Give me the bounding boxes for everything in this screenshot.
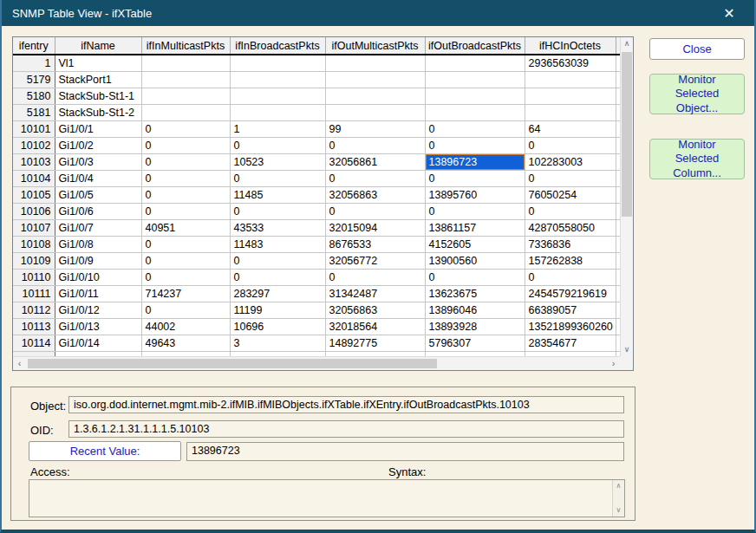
table-cell[interactable]: StackSub-St1-2 — [55, 104, 141, 120]
table-cell[interactable]: Gi1/0/12 — [55, 302, 141, 318]
column-header[interactable]: ifInMulticastPkts — [141, 37, 230, 55]
table-cell[interactable]: 0 — [325, 203, 425, 219]
recent-value-button[interactable]: Recent Value: — [29, 441, 181, 461]
row-index-cell[interactable]: 10102 — [13, 137, 55, 153]
table-cell[interactable]: 714237 — [141, 285, 230, 302]
table-cell[interactable]: 0 — [230, 137, 325, 153]
table-cell[interactable]: 10523 — [230, 153, 325, 170]
table-cell[interactable]: 64 — [525, 120, 616, 137]
table-cell[interactable] — [325, 71, 425, 88]
table-cell[interactable]: 7336836 — [525, 236, 616, 252]
table-cell[interactable]: Gi1/0/10 — [55, 269, 141, 285]
row-index-cell[interactable]: 10112 — [13, 302, 55, 318]
table-cell[interactable]: 0 — [525, 203, 616, 219]
table-cell[interactable]: 11199 — [230, 302, 325, 318]
table-cell[interactable]: Gi1/0/8 — [55, 236, 141, 252]
row-index-cell[interactable]: 10101 — [13, 120, 55, 137]
row-index-cell[interactable]: 10111 — [13, 285, 55, 302]
table-cell[interactable]: 2936563039 — [525, 55, 616, 71]
table-cell[interactable]: 3 — [230, 335, 325, 351]
table-cell[interactable]: 0 — [230, 170, 325, 186]
row-index-cell[interactable]: 10103 — [13, 153, 55, 170]
table-cell[interactable]: 283297 — [230, 285, 325, 302]
table-cell[interactable] — [141, 104, 230, 120]
table-cell[interactable]: Gi1/0/6 — [55, 203, 141, 219]
close-button[interactable]: Close — [649, 38, 745, 60]
row-index-cell[interactable]: 10110 — [13, 269, 55, 285]
table-cell[interactable]: 0 — [425, 170, 525, 186]
table-cell[interactable]: 11483 — [230, 236, 325, 252]
table-cell[interactable] — [325, 104, 425, 120]
table-cell[interactable]: 0 — [141, 302, 230, 318]
titlebar[interactable]: SNMP Table View - ifXTable ✕ — [2, 0, 754, 26]
row-index-cell[interactable]: 5181 — [13, 104, 55, 120]
table-cell[interactable] — [141, 71, 230, 88]
table-cell[interactable]: 0 — [325, 269, 425, 285]
table-cell[interactable]: 0 — [141, 137, 230, 153]
table-cell[interactable]: 1 — [230, 120, 325, 137]
row-index-cell[interactable]: 10106 — [13, 203, 55, 219]
column-header[interactable]: ifHCInOctets — [525, 37, 616, 55]
table-cell[interactable]: Gi1/0/14 — [55, 335, 141, 351]
vertical-scroll-thumb[interactable] — [622, 52, 632, 217]
table-cell[interactable] — [325, 55, 425, 71]
table-cell[interactable]: 0 — [425, 203, 525, 219]
table-cell[interactable]: 0 — [141, 153, 230, 170]
table-horizontal-scrollbar[interactable]: ‹ › — [13, 356, 620, 370]
table-cell[interactable]: Gi1/0/2 — [55, 137, 141, 153]
table-cell[interactable]: 32056863 — [325, 302, 425, 318]
monitor-selected-object-button[interactable]: Monitor Selected Object... — [649, 74, 745, 114]
table-cell[interactable] — [425, 55, 525, 71]
table-cell[interactable] — [230, 88, 325, 104]
table-cell[interactable] — [230, 104, 325, 120]
table-cell[interactable]: Gi1/0/1 — [55, 120, 141, 137]
scroll-down-icon[interactable]: ∨ — [621, 343, 633, 356]
table-cell[interactable]: 157262838 — [525, 252, 616, 269]
table-cell[interactable]: 32056863 — [325, 186, 425, 203]
table-cell[interactable] — [525, 88, 616, 104]
row-index-cell[interactable]: 10107 — [13, 219, 55, 236]
table-cell[interactable] — [425, 71, 525, 88]
table-cell[interactable]: 43533 — [230, 219, 325, 236]
row-index-cell[interactable]: 5179 — [13, 71, 55, 88]
table-cell[interactable]: 0 — [230, 203, 325, 219]
scroll-up-icon[interactable]: ∧ — [621, 37, 633, 50]
table-cell[interactable]: 49643 — [141, 335, 230, 351]
table-cell[interactable]: 102283003 — [525, 153, 616, 170]
table-cell[interactable]: 2454579219619 — [525, 285, 616, 302]
table-cell[interactable]: 0 — [141, 269, 230, 285]
table-cell[interactable]: 0 — [525, 269, 616, 285]
table-cell[interactable]: 0 — [525, 137, 616, 153]
row-index-cell[interactable]: 10104 — [13, 170, 55, 186]
table-cell[interactable]: 28354677 — [525, 335, 616, 351]
table-cell[interactable]: Gi1/0/7 — [55, 219, 141, 236]
table-cell[interactable]: 40951 — [141, 219, 230, 236]
table-cell[interactable] — [525, 104, 616, 120]
column-header[interactable]: ifentry — [13, 37, 55, 55]
table-cell[interactable]: 13521899360260 — [525, 318, 616, 335]
table-cell[interactable] — [425, 88, 525, 104]
scroll-right-icon[interactable]: › — [607, 357, 620, 370]
table-cell[interactable]: 0 — [525, 170, 616, 186]
table-cell[interactable]: Gi1/0/5 — [55, 186, 141, 203]
table-cell[interactable]: 66389057 — [525, 302, 616, 318]
table-cell[interactable]: 0 — [141, 120, 230, 137]
table-cell[interactable]: 10696 — [230, 318, 325, 335]
table-cell[interactable]: Vl1 — [55, 55, 141, 71]
row-index-cell[interactable]: 5180 — [13, 88, 55, 104]
table-cell[interactable] — [230, 55, 325, 71]
table-cell[interactable]: 0 — [141, 170, 230, 186]
table-cell[interactable]: 0 — [425, 120, 525, 137]
table-cell[interactable]: Gi1/0/9 — [55, 252, 141, 269]
table-cell[interactable]: 0 — [425, 269, 525, 285]
table-cell[interactable]: 8676533 — [325, 236, 425, 252]
recent-value-field[interactable]: 13896723 — [186, 442, 624, 461]
table-cell[interactable]: 0 — [230, 252, 325, 269]
table-cell[interactable]: 0 — [325, 137, 425, 153]
selected-cell[interactable]: 13896723 — [425, 153, 525, 170]
column-header[interactable]: ifOutBroadcastPkts — [425, 37, 525, 55]
table-cell[interactable] — [230, 71, 325, 88]
table-cell[interactable]: 13900560 — [425, 252, 525, 269]
table-cell[interactable]: 0 — [141, 203, 230, 219]
field-scroll-down-icon[interactable]: ∨ — [613, 505, 624, 516]
